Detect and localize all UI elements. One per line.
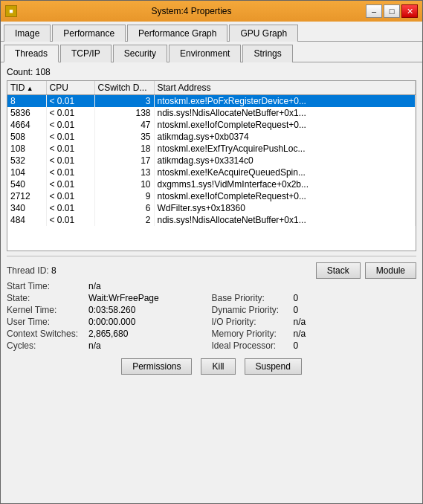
- cell-tid: 5836: [7, 107, 46, 119]
- memory-priority-value: n/a: [294, 329, 306, 339]
- cycles-value: n/a: [88, 340, 101, 351]
- dynamic-priority-label: Dynamic Priority:: [212, 305, 294, 315]
- maximize-button[interactable]: □: [384, 4, 400, 18]
- cycles-row: Cycles: n/a Ideal Processor: 0: [7, 340, 416, 351]
- cell-cpu: < 0.01: [46, 190, 94, 202]
- start-time-row: Start Time: n/a: [7, 281, 416, 291]
- table-row[interactable]: 508< 0.0135atikmdag.sys+0xb0374: [7, 131, 416, 143]
- base-priority-value: 0: [294, 293, 299, 303]
- tab-performance-graph[interactable]: Performance Graph: [127, 25, 227, 42]
- tab-gpu-graph[interactable]: GPU Graph: [229, 25, 298, 42]
- user-time-value: 0:00:00.000: [88, 317, 135, 327]
- start-time-label: Start Time:: [7, 281, 88, 291]
- cell-address: ntoskml.exe!IofCompleteRequest+0...: [154, 190, 416, 202]
- cell-cswitch: 18: [94, 143, 154, 155]
- memory-priority-label: Memory Priority:: [212, 329, 294, 339]
- col-cswitch[interactable]: CSwitch D...: [94, 81, 154, 95]
- cell-cpu: < 0.01: [46, 167, 94, 178]
- cell-tid: 108: [7, 143, 46, 155]
- col-cpu[interactable]: CPU: [46, 81, 94, 95]
- cycles-label: Cycles:: [7, 340, 88, 351]
- cell-address: ndis.sys!NdisAllocateNetBuffer+0x1...: [154, 107, 416, 119]
- window-title: System:4 Properties: [17, 6, 366, 16]
- tab-environment[interactable]: Environment: [169, 45, 241, 62]
- kernel-time-label: Kernel Time:: [7, 305, 88, 315]
- table-row[interactable]: 104< 0.0113ntoskml.exe!KeAcquireQueuedSp…: [7, 167, 416, 178]
- table-row[interactable]: 8< 0.013ntoskml.exe!PoFxRegisterDevice+0…: [7, 95, 416, 108]
- cell-cswitch: 35: [94, 131, 154, 143]
- user-time-label: User Time:: [7, 317, 88, 327]
- cell-cpu: < 0.01: [46, 155, 94, 167]
- ideal-processor-label: Ideal Processor:: [212, 340, 294, 351]
- start-time-value: n/a: [88, 281, 101, 291]
- threads-table[interactable]: TID CPU CSwitch D... Start Address 8< 0.…: [7, 80, 416, 251]
- state-row: State: Wait:WrFreePage Base Priority: 0: [7, 293, 416, 303]
- count-label: Count:: [7, 67, 33, 77]
- suspend-button[interactable]: Suspend: [245, 358, 302, 375]
- tab-threads[interactable]: Threads: [4, 45, 59, 62]
- app-icon: ■: [5, 5, 17, 17]
- cell-cpu: < 0.01: [46, 214, 94, 226]
- cell-address: ndis.sys!NdisAllocateNetBuffer+0x1...: [154, 214, 416, 226]
- context-switches-value: 2,865,680: [88, 329, 128, 339]
- cell-cpu: < 0.01: [46, 119, 94, 131]
- cell-address: dxgmms1.sys!VidMmInterface+0x2b...: [154, 178, 416, 190]
- bottom-buttons: Permissions Kill Suspend: [7, 358, 416, 381]
- cell-address: ntoskml.exe!PoFxRegisterDevice+0...: [154, 95, 416, 108]
- tab-tcpip[interactable]: TCP/IP: [60, 45, 112, 62]
- cell-cpu: < 0.01: [46, 143, 94, 155]
- thread-id-value: 8: [51, 265, 56, 276]
- tabs-row1: Image Performance Performance Graph GPU …: [1, 22, 422, 42]
- table-row[interactable]: 340< 0.016WdFilter.sys+0x18360: [7, 202, 416, 214]
- context-switches-row: Context Switches: 2,865,680 Memory Prior…: [7, 329, 416, 339]
- base-priority-label: Base Priority:: [212, 293, 294, 303]
- cell-cswitch: 13: [94, 167, 154, 178]
- cell-tid: 508: [7, 131, 46, 143]
- cell-address: atikmdag.sys+0x3314c0: [154, 155, 416, 167]
- cell-cswitch: 6: [94, 202, 154, 214]
- tab-security[interactable]: Security: [113, 45, 167, 62]
- cell-cswitch: 9: [94, 190, 154, 202]
- table-row[interactable]: 484< 0.012ndis.sys!NdisAllocateNetBuffer…: [7, 214, 416, 226]
- cell-address: ntoskml.exe!ExfTryAcquirePushLoc...: [154, 143, 416, 155]
- cell-cswitch: 138: [94, 107, 154, 119]
- kill-button[interactable]: Kill: [201, 358, 235, 375]
- cell-address: ntoskml.exe!KeAcquireQueuedSpin...: [154, 167, 416, 178]
- table-row[interactable]: 4664< 0.0147ntoskml.exe!IofCompleteReque…: [7, 119, 416, 131]
- context-switches-label: Context Switches:: [7, 329, 88, 339]
- ideal-processor-value: 0: [294, 340, 299, 351]
- table-row[interactable]: 540< 0.0110dxgmms1.sys!VidMmInterface+0x…: [7, 178, 416, 190]
- main-content: Count: 108 TID CPU CSwitch D... Start Ad…: [1, 62, 422, 503]
- table-row[interactable]: 532< 0.0117atikmdag.sys+0x3314c0: [7, 155, 416, 167]
- cell-cswitch: 2: [94, 214, 154, 226]
- close-button[interactable]: ✕: [401, 4, 418, 18]
- module-button[interactable]: Module: [365, 262, 416, 279]
- thread-details: Thread ID: 8 Stack Module Start Time: n/…: [7, 262, 416, 351]
- table-row[interactable]: 2712< 0.019ntoskml.exe!IofCompleteReques…: [7, 190, 416, 202]
- state-label: State:: [7, 293, 88, 303]
- cell-tid: 532: [7, 155, 46, 167]
- cell-cpu: < 0.01: [46, 131, 94, 143]
- cell-address: ntoskml.exe!IofCompleteRequest+0...: [154, 119, 416, 131]
- count-value: 108: [36, 67, 51, 77]
- tab-strings[interactable]: Strings: [242, 45, 292, 62]
- cell-cswitch: 47: [94, 119, 154, 131]
- table-row[interactable]: 5836< 0.01138ndis.sys!NdisAllocateNetBuf…: [7, 107, 416, 119]
- stack-button[interactable]: Stack: [316, 262, 361, 279]
- thread-id-label: Thread ID:: [7, 265, 49, 276]
- minimize-button[interactable]: –: [366, 4, 382, 18]
- col-address[interactable]: Start Address: [154, 81, 416, 95]
- cell-tid: 104: [7, 167, 46, 178]
- tab-performance[interactable]: Performance: [52, 25, 126, 42]
- cell-tid: 8: [7, 95, 46, 108]
- cell-tid: 484: [7, 214, 46, 226]
- kernel-time-value: 0:03:58.260: [88, 305, 135, 315]
- col-tid[interactable]: TID: [7, 81, 46, 95]
- cell-cswitch: 3: [94, 95, 154, 108]
- cell-tid: 340: [7, 202, 46, 214]
- permissions-button[interactable]: Permissions: [121, 358, 192, 375]
- cell-cpu: < 0.01: [46, 107, 94, 119]
- cell-cpu: < 0.01: [46, 95, 94, 108]
- table-row[interactable]: 108< 0.0118ntoskml.exe!ExfTryAcquirePush…: [7, 143, 416, 155]
- tab-image[interactable]: Image: [4, 25, 51, 42]
